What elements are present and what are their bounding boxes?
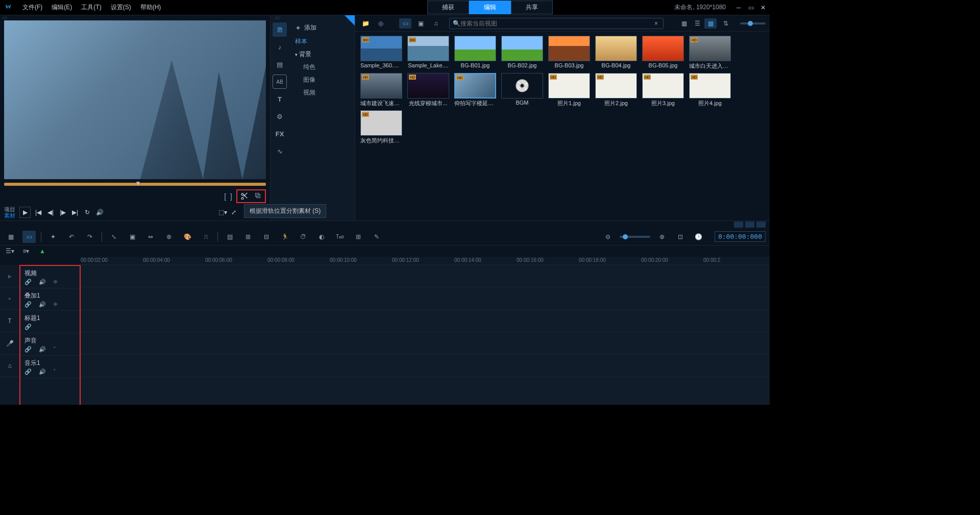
view-grid-icon[interactable]: ▦ <box>704 18 717 29</box>
track-mute-icon[interactable]: 🔊 <box>39 279 46 285</box>
track-mute-icon[interactable]: 🔊 <box>39 369 46 375</box>
menu-item[interactable]: 文件(F) <box>18 1 46 14</box>
track-type-icon[interactable]: 🎤 <box>0 332 19 355</box>
track-mute-icon[interactable]: 🔊 <box>39 301 46 308</box>
next-frame-button[interactable]: |▶ <box>58 208 67 217</box>
zoom-in-button[interactable]: ⊕ <box>655 231 669 243</box>
redo-button[interactable]: ↷ <box>83 231 96 243</box>
aspect-button[interactable]: ⬚▾ <box>218 209 227 216</box>
category-fx-icon[interactable]: FX <box>273 127 287 141</box>
color-button[interactable]: 🎨 <box>181 231 194 243</box>
track-link-icon[interactable]: 🔗 <box>24 301 32 308</box>
tree-item[interactable]: 背景 <box>289 48 355 61</box>
panel-grip[interactable]: :::::::: <box>0 15 270 19</box>
slip-button[interactable]: ⇔ <box>144 231 157 243</box>
track-header[interactable]: 声音🔗🔊˅ <box>20 333 80 356</box>
motion-button[interactable]: 🏃 <box>278 231 291 243</box>
loop-button[interactable]: ↻ <box>83 208 92 217</box>
tree-subitem[interactable]: 视频 <box>289 86 355 99</box>
track-link-icon[interactable]: 🔗 <box>24 279 32 285</box>
library-thumb[interactable]: BG-B02.jpg <box>500 36 544 70</box>
track-expand-icon[interactable]: ˅ <box>53 346 56 353</box>
library-thumb[interactable]: HD照片2.jpg <box>594 73 638 107</box>
mark-out-button[interactable]: ] <box>230 192 232 201</box>
maximize-button[interactable]: ▭ <box>746 3 755 12</box>
split-clip-button[interactable] <box>240 191 249 201</box>
track-mute-icon[interactable]: 🔊 <box>39 346 46 353</box>
copy-attributes-button[interactable] <box>254 191 262 201</box>
playback-mode[interactable]: 项目 素材 <box>4 206 15 218</box>
track-row[interactable] <box>81 287 770 310</box>
timeline-view-button[interactable]: ▭ <box>22 231 36 243</box>
track-type-icon[interactable]: T <box>0 310 19 332</box>
library-thumb[interactable]: HD城市建设飞速崛... <box>359 73 403 107</box>
category-settings-icon[interactable]: ⚙ <box>273 109 287 124</box>
minimize-button[interactable]: ─ <box>734 3 743 12</box>
timeline-timecode[interactable]: 0:00:00:000 <box>715 231 766 242</box>
track-type-icon[interactable]: ▫ <box>0 287 19 310</box>
view-list-icon[interactable]: ☰ <box>691 18 703 29</box>
library-thumb[interactable]: HD照片1.jpg <box>547 73 591 107</box>
scrub-handle-icon[interactable]: ▼ <box>135 180 141 186</box>
chapter-button[interactable]: ▤ <box>223 231 236 243</box>
zoom-slider[interactable] <box>620 236 650 238</box>
track-fx-icon[interactable]: ⁜ <box>53 279 58 285</box>
library-thumb[interactable]: BG-B04.jpg <box>594 36 638 70</box>
crop-button[interactable]: ▣ <box>126 231 139 243</box>
filter-all-icon[interactable]: ▭ <box>399 18 411 29</box>
library-thumb[interactable]: BG-B05.jpg <box>641 36 685 70</box>
3d-title-button[interactable]: T₃ᴅ <box>333 231 347 243</box>
library-thumb[interactable]: 360Sample_Lake.... <box>406 36 450 70</box>
track-options-button[interactable]: ≡▾ <box>20 247 32 256</box>
tracks-canvas[interactable] <box>81 265 770 405</box>
pan-zoom-button[interactable]: ⊕ <box>162 231 176 243</box>
library-thumb[interactable]: HD仰拍写字楼延时... <box>453 73 497 107</box>
category-text-icon[interactable]: T <box>273 92 287 106</box>
mark-in-button[interactable]: [ <box>224 192 226 201</box>
panel-layout-button[interactable] <box>734 222 743 228</box>
library-thumb[interactable]: BG-B03.jpg <box>547 36 591 70</box>
track-header[interactable]: 视频🔗🔊⁜ <box>20 266 80 288</box>
zoom-out-button[interactable]: ⊖ <box>601 231 615 243</box>
mask-button[interactable]: ◐ <box>315 231 328 243</box>
track-header[interactable]: 标题1🔗 <box>20 311 80 333</box>
category-title-icon[interactable]: AB <box>273 75 287 89</box>
tree-subitem[interactable]: 纯色 <box>289 61 355 73</box>
track-row[interactable] <box>81 265 770 287</box>
close-button[interactable]: ✕ <box>758 3 768 12</box>
filter-photo-icon[interactable]: ▣ <box>414 18 427 29</box>
menu-item[interactable]: 编辑(E) <box>47 1 76 14</box>
track-fx-icon[interactable]: ⁜ <box>53 301 58 308</box>
speed-button[interactable]: ⏱ <box>297 231 310 243</box>
undo-button[interactable]: ↶ <box>65 231 78 243</box>
ripple-button[interactable]: ⤡ <box>107 231 120 243</box>
fit-button[interactable]: ⊡ <box>674 231 687 243</box>
workspace-tab[interactable]: 捕获 <box>427 1 469 14</box>
library-thumb[interactable]: 360Sample_360.m... <box>359 36 403 70</box>
track-type-icon[interactable]: ▹ <box>0 265 19 287</box>
library-thumb[interactable]: HD照片4.jpg <box>688 73 732 107</box>
library-thumb[interactable]: BGM <box>500 73 544 107</box>
import-button[interactable]: 📁 <box>359 18 372 29</box>
go-start-button[interactable]: |◀ <box>34 208 43 217</box>
workspace-tab[interactable]: 编辑 <box>469 1 511 14</box>
go-end-button[interactable]: ▶| <box>70 208 80 217</box>
menu-item[interactable]: 工具(T) <box>77 1 105 14</box>
thumb-size-slider[interactable] <box>740 22 766 24</box>
workspace-tab[interactable]: 共享 <box>511 1 553 14</box>
track-link-icon[interactable]: 🔗 <box>24 369 32 375</box>
category-path-icon[interactable]: ∿ <box>273 144 287 158</box>
track-type-icon[interactable]: ♫ <box>0 355 19 377</box>
paint-button[interactable]: ✎ <box>370 231 383 243</box>
audio-mixer-button[interactable]: ⎍ <box>199 231 212 243</box>
search-box[interactable]: 🔍 × <box>449 18 664 29</box>
track-header[interactable]: 叠加1🔗🔊⁜ <box>20 288 80 311</box>
scrub-bar[interactable]: ▼ <box>0 180 270 188</box>
library-thumb[interactable]: HD灰色简约科技背... <box>359 110 403 144</box>
tree-subitem[interactable]: 图像 <box>289 73 355 86</box>
multicam-button[interactable]: ⊞ <box>241 231 255 243</box>
track-row[interactable] <box>81 310 770 332</box>
track-row[interactable] <box>81 332 770 355</box>
panel-grip[interactable]: :::::::: <box>273 15 280 19</box>
filter-audio-icon[interactable]: ♫ <box>430 18 442 29</box>
